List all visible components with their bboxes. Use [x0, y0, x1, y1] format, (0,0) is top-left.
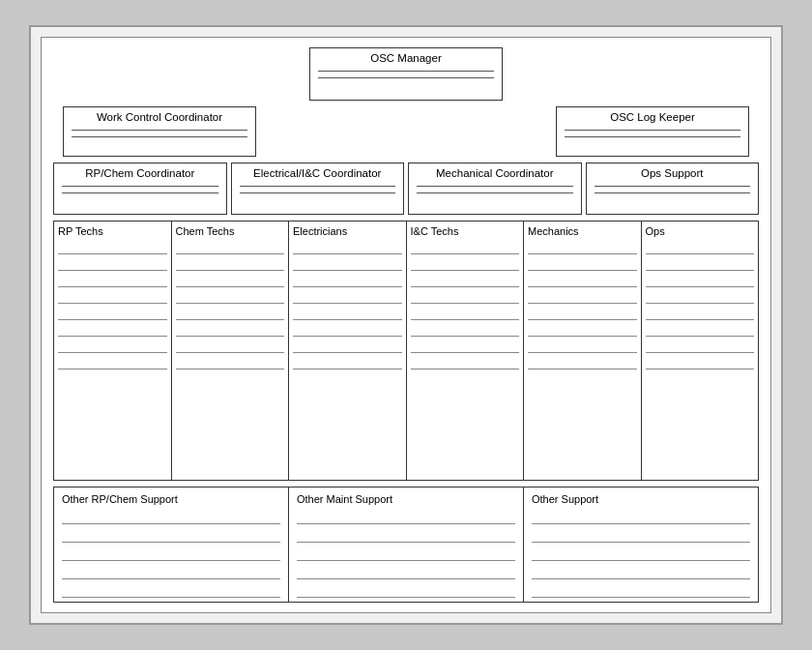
wcc-title: Work Control Coordinator	[97, 111, 222, 123]
tech-columns-row: RP Techs Chem Techs	[53, 221, 759, 481]
other-support-col: Other Support	[524, 488, 758, 602]
org-chart-board: OSC Manager Work Control Coordinator OSC…	[41, 37, 771, 613]
wcc-line-2	[72, 136, 247, 137]
other-rp-chem-support-title: Other RP/Chem Support	[62, 493, 280, 505]
chem-techs-title: Chem Techs	[176, 225, 285, 237]
mechanics-title: Mechanics	[528, 225, 637, 237]
mechanical-coordinator-title: Mechanical Coordinator	[436, 167, 553, 179]
mechanical-coordinator-box: Mechanical Coordinator	[408, 162, 582, 215]
electricians-col: Electricians	[289, 222, 407, 480]
electrical-ic-coordinator-title: Electrical/I&C Coordinator	[253, 167, 381, 179]
osc-manager-title: OSC Manager	[370, 52, 442, 64]
rp-techs-lines	[58, 241, 167, 478]
support-columns-row: Other RP/Chem Support Other Maint Suppor…	[53, 487, 759, 603]
ic-techs-lines	[411, 241, 520, 478]
log-keeper-title: OSC Log Keeper	[610, 111, 695, 123]
other-rp-chem-support-col: Other RP/Chem Support	[54, 488, 289, 602]
electricians-lines	[293, 241, 402, 478]
other-maint-support-col: Other Maint Support	[289, 488, 524, 602]
other-support-title: Other Support	[532, 493, 750, 505]
coordinators-row: RP/Chem Coordinator Electrical/I&C Coord…	[53, 162, 759, 215]
electricians-title: Electricians	[293, 225, 402, 237]
ops-support-title: Ops Support	[641, 167, 704, 179]
osc-manager-line-2	[318, 77, 494, 78]
osc-log-keeper-box: OSC Log Keeper	[556, 106, 749, 157]
mechanics-col: Mechanics	[524, 222, 642, 480]
chem-techs-col: Chem Techs	[172, 222, 290, 480]
level2-row: Work Control Coordinator OSC Log Keeper	[53, 106, 759, 157]
rp-chem-coordinator-box: RP/Chem Coordinator	[53, 162, 227, 215]
electrical-ic-coordinator-box: Electrical/I&C Coordinator	[231, 162, 405, 215]
ops-title: Ops	[646, 225, 755, 237]
log-keeper-line-2	[565, 136, 740, 137]
ops-col: Ops	[642, 222, 759, 480]
work-control-coordinator-box: Work Control Coordinator	[63, 106, 256, 157]
osc-manager-box: OSC Manager	[309, 47, 503, 101]
other-support-lines	[532, 511, 750, 598]
other-maint-support-title: Other Maint Support	[297, 493, 515, 505]
ic-techs-title: I&C Techs	[411, 225, 520, 237]
chem-techs-lines	[176, 241, 285, 478]
other-maint-support-lines	[297, 511, 515, 598]
mechanics-lines	[528, 241, 637, 478]
ops-lines	[646, 241, 755, 478]
wcc-line-1	[72, 130, 247, 131]
ic-techs-col: I&C Techs	[407, 222, 525, 480]
rp-techs-col: RP Techs	[54, 222, 172, 480]
page-container: OSC Manager Work Control Coordinator OSC…	[29, 25, 783, 625]
rp-techs-title: RP Techs	[58, 225, 167, 237]
osc-manager-line-1	[318, 71, 494, 72]
osc-manager-row: OSC Manager	[53, 47, 759, 101]
ops-support-box: Ops Support	[586, 162, 760, 215]
log-keeper-line-1	[565, 130, 740, 131]
other-rp-chem-support-lines	[62, 511, 280, 598]
rp-chem-coordinator-title: RP/Chem Coordinator	[85, 167, 194, 179]
